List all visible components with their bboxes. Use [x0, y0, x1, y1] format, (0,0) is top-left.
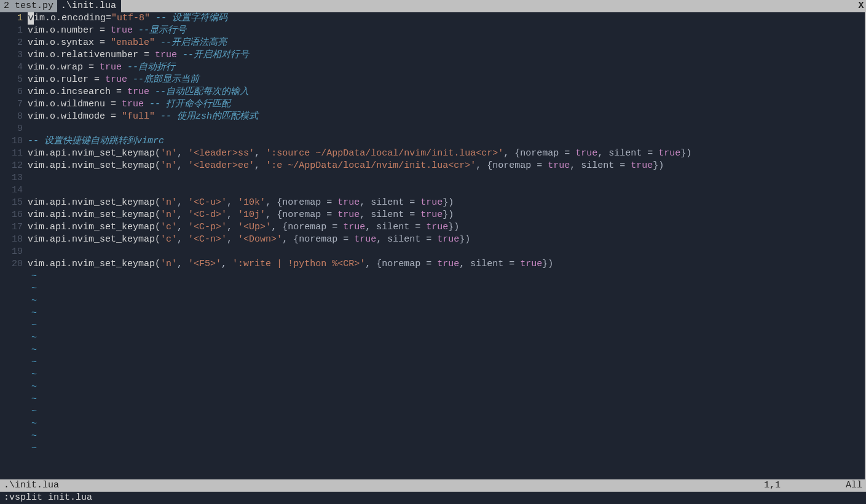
code-line[interactable]: vim.api.nvim_set_keymap('c', '<C-p>', '<… [28, 221, 865, 234]
code-line[interactable]: vim.o.wrap = true --自动折行 [28, 61, 865, 74]
tab-inactive[interactable]: 2 test.py [0, 0, 57, 12]
line-number: 18 [0, 234, 23, 246]
editor[interactable]: 1 1234567891011121314151617181920 vim.o.… [0, 12, 866, 479]
code-line[interactable]: vim.api.nvim_set_keymap('c', '<C-n>', '<… [28, 234, 865, 246]
empty-line-tilde: ~ [28, 307, 865, 320]
line-number: 7 [0, 98, 23, 111]
code-area[interactable]: vim.o.encoding="utf-8" -- 设置字符编码vim.o.nu… [28, 12, 865, 479]
code-line[interactable]: vim.api.nvim_set_keymap('n', '<C-d>', '1… [28, 209, 865, 221]
line-number: 3 [0, 49, 23, 61]
empty-line-tilde: ~ [28, 418, 865, 430]
code-line[interactable]: vim.o.incsearch = true --自动匹配每次的输入 [28, 86, 865, 98]
empty-line-tilde: ~ [28, 283, 865, 295]
empty-line-tilde: ~ [28, 344, 865, 356]
code-line[interactable]: vim.o.relativenumber = true --开启相对行号 [28, 49, 865, 61]
line-number: 19 [0, 246, 23, 258]
line-number: 13 [0, 172, 23, 184]
close-icon[interactable]: X [856, 0, 866, 12]
empty-line-tilde: ~ [28, 443, 865, 455]
line-number: 5 [0, 74, 23, 86]
code-line[interactable]: vim.o.number = true --显示行号 [28, 25, 865, 37]
code-line[interactable] [28, 246, 865, 258]
empty-line-tilde: ~ [28, 406, 865, 418]
tab-bar: 2 test.py .\init.lua X [0, 0, 866, 12]
empty-line-tilde: ~ [28, 381, 865, 393]
line-number: 9 [0, 123, 23, 135]
line-number: 14 [0, 184, 23, 197]
line-number: 12 [0, 160, 23, 172]
code-line[interactable] [28, 184, 865, 197]
command-line[interactable]: :vsplit init.lua [0, 492, 866, 504]
line-number: 1 [0, 25, 23, 37]
line-number: 20 [0, 258, 23, 270]
gutter: 1 1234567891011121314151617181920 [0, 12, 28, 479]
code-line[interactable] [28, 123, 865, 135]
code-line[interactable] [28, 172, 865, 184]
line-number: 2 [0, 37, 23, 49]
line-number: 17 [0, 221, 23, 234]
empty-line-tilde: ~ [28, 332, 865, 344]
tab-active[interactable]: .\init.lua [57, 0, 121, 12]
code-line[interactable]: vim.api.nvim_set_keymap('n', '<F5>', ':w… [28, 258, 865, 270]
code-line[interactable]: vim.api.nvim_set_keymap('n', '<leader>ee… [28, 160, 865, 172]
status-percent: All [838, 479, 862, 492]
empty-line-tilde: ~ [28, 356, 865, 369]
cursor: v [28, 12, 34, 25]
line-number-current: 1 [0, 12, 23, 25]
empty-line-tilde: ~ [28, 430, 865, 443]
line-number: 8 [0, 111, 23, 123]
empty-line-tilde: ~ [28, 295, 865, 307]
code-line[interactable]: vim.o.encoding="utf-8" -- 设置字符编码 [28, 12, 865, 25]
status-bar: .\init.lua 1,1 All [0, 479, 866, 492]
line-number: 6 [0, 86, 23, 98]
status-filename: .\init.lua [4, 479, 764, 492]
code-line[interactable]: -- 设置快捷键自动跳转到vimrc [28, 135, 865, 148]
code-line[interactable]: vim.o.wildmode = "full" -- 使用zsh的匹配模式 [28, 111, 865, 123]
line-number: 16 [0, 209, 23, 221]
empty-line-tilde: ~ [28, 320, 865, 332]
empty-line-tilde: ~ [28, 369, 865, 381]
line-number: 4 [0, 61, 23, 74]
code-line[interactable]: vim.api.nvim_set_keymap('n', '<C-u>', '1… [28, 197, 865, 209]
code-line[interactable]: vim.api.nvim_set_keymap('n', '<leader>ss… [28, 148, 865, 160]
line-number: 15 [0, 197, 23, 209]
empty-line-tilde: ~ [28, 393, 865, 406]
line-number: 10 [0, 135, 23, 148]
empty-line-tilde: ~ [28, 270, 865, 283]
code-line[interactable]: vim.o.ruler = true --底部显示当前 [28, 74, 865, 86]
line-number: 11 [0, 148, 23, 160]
status-position: 1,1 [764, 479, 838, 492]
code-line[interactable]: vim.o.syntax = "enable" --开启语法高亮 [28, 37, 865, 49]
code-line[interactable]: vim.o.wildmenu = true -- 打开命令行匹配 [28, 98, 865, 111]
